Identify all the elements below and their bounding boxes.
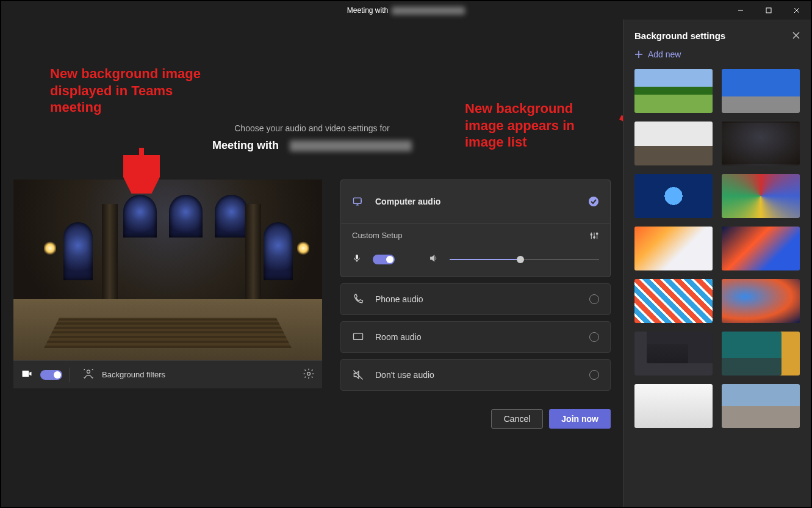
audio-column: Computer audio Custom Setup xyxy=(340,180,611,429)
background-settings-panel: Background settings Add new xyxy=(623,20,811,507)
close-button[interactable] xyxy=(783,1,811,20)
svg-point-10 xyxy=(596,233,598,234)
stained-glass xyxy=(215,195,248,238)
columns: Background filters Computer audio xyxy=(13,180,611,429)
radio-icon xyxy=(589,294,599,304)
phone-audio-label: Phone audio xyxy=(375,294,578,304)
preview-toolbar: Background filters xyxy=(13,360,322,388)
bg-thumb-blue-swirl[interactable] xyxy=(722,279,800,323)
arrow-icon xyxy=(123,145,160,194)
svg-point-5 xyxy=(307,372,311,375)
svg-point-9 xyxy=(594,236,595,238)
video-preview xyxy=(13,180,322,360)
svg-rect-11 xyxy=(356,255,358,259)
room-audio-option[interactable]: Room audio xyxy=(340,321,611,353)
svg-point-8 xyxy=(591,234,592,236)
bg-thumb-cubes-dark[interactable] xyxy=(634,332,713,376)
svg-point-7 xyxy=(589,197,598,206)
sliders-icon[interactable] xyxy=(589,231,599,242)
minimize-button[interactable] xyxy=(727,1,755,20)
computer-audio-card: Computer audio Custom Setup xyxy=(340,180,611,277)
annotation-left: New background image displayed in Teams … xyxy=(50,65,221,116)
bg-thumb-abstract-paint[interactable] xyxy=(722,174,800,218)
computer-audio-option[interactable]: Computer audio xyxy=(341,180,610,223)
speaker-icon xyxy=(429,253,439,266)
radio-icon xyxy=(589,370,599,380)
bg-thumb-golf-course[interactable] xyxy=(634,69,713,113)
bg-thumb-ribbon-light[interactable] xyxy=(634,227,713,270)
add-new-label: Add new xyxy=(648,49,681,59)
bg-thumb-ribbon-dark[interactable] xyxy=(722,227,800,270)
bg-thumb-parliament[interactable] xyxy=(634,122,713,165)
bg-thumb-blue-orb[interactable] xyxy=(634,174,713,218)
cancel-button[interactable]: Cancel xyxy=(491,409,544,429)
no-audio-label: Don't use audio xyxy=(375,370,578,380)
title-redacted xyxy=(392,7,465,15)
window-controls xyxy=(727,1,811,20)
stained-glass xyxy=(63,222,93,280)
close-panel-button[interactable] xyxy=(792,31,800,41)
title-prefix: Meeting with xyxy=(212,139,279,151)
svg-rect-6 xyxy=(354,198,362,203)
add-new-button[interactable]: Add new xyxy=(634,49,800,59)
background-grid xyxy=(634,69,800,428)
main-area: Choose your audio and video settings for… xyxy=(1,20,623,507)
title-prefix: Meeting with xyxy=(347,6,388,15)
svg-rect-12 xyxy=(354,333,363,339)
panel-title: Background settings xyxy=(634,31,725,41)
plus-icon xyxy=(634,50,643,59)
custom-setup-label: Custom Setup xyxy=(352,231,402,242)
svg-rect-1 xyxy=(766,8,771,13)
titlebar: Meeting with xyxy=(1,1,811,20)
action-buttons: Cancel Join now xyxy=(340,409,611,429)
computer-audio-label: Computer audio xyxy=(375,197,577,206)
svg-point-4 xyxy=(87,370,90,373)
background-filters-button[interactable]: Background filters xyxy=(102,370,165,379)
bg-thumb-monument[interactable] xyxy=(722,384,800,428)
bg-thumb-room-teal[interactable] xyxy=(722,332,800,376)
settings-icon[interactable] xyxy=(303,368,315,382)
room-audio-label: Room audio xyxy=(375,332,578,342)
mic-icon xyxy=(352,253,362,266)
stained-glass xyxy=(264,222,293,280)
background-filters-icon xyxy=(82,368,95,382)
meeting-name-redacted xyxy=(290,140,412,151)
stained-glass xyxy=(169,195,203,238)
bg-thumb-jet-plane[interactable] xyxy=(722,69,800,113)
bg-thumb-color-chips[interactable] xyxy=(634,279,713,323)
mic-toggle[interactable] xyxy=(373,255,395,264)
meeting-title: Meeting with xyxy=(13,139,611,152)
camera-icon xyxy=(21,368,33,382)
video-column: Background filters xyxy=(13,180,322,429)
subtitle: Choose your audio and video settings for xyxy=(13,123,611,133)
camera-toggle[interactable] xyxy=(40,370,62,380)
app-window: Meeting with Choose your audio and video… xyxy=(1,1,811,507)
bg-thumb-white-room[interactable] xyxy=(634,384,713,428)
check-icon xyxy=(588,196,599,207)
radio-icon xyxy=(589,332,599,342)
maximize-button[interactable] xyxy=(755,1,783,20)
volume-slider[interactable] xyxy=(450,259,599,260)
stained-glass xyxy=(123,195,157,238)
join-now-button[interactable]: Join now xyxy=(549,409,611,429)
custom-setup: Custom Setup xyxy=(341,223,610,277)
phone-audio-option[interactable]: Phone audio xyxy=(340,283,611,315)
content: Choose your audio and video settings for… xyxy=(1,20,811,507)
bg-thumb-cathedral[interactable] xyxy=(722,122,800,165)
no-audio-option[interactable]: Don't use audio xyxy=(340,359,611,391)
